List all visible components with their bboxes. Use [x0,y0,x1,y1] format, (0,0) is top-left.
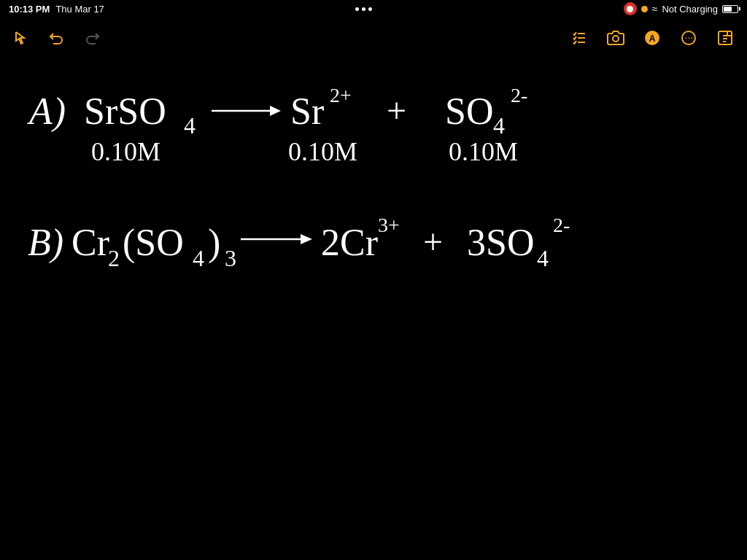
arrow-head-b [301,234,312,244]
product2-conc-a: 0.10M [449,137,518,166]
equation-b-label: B) [28,222,63,264]
wifi-icon: ≈ [652,3,658,15]
so4-paren-open: (SO [123,222,184,264]
mic-indicator [641,6,648,12]
cr2so4-reactant: Cr [71,222,109,263]
select-tool[interactable] [12,28,32,48]
toolbar: A [0,18,747,58]
so4-inner-sub4: 4 [193,245,204,271]
checklist-tool[interactable] [569,28,589,48]
cr2-subscript: 2 [108,245,120,271]
so4-outer-sub3: 3 [225,245,236,271]
canvas-area: A) SrSO 4 Sr 2+ + SO 4 2- 0.10M 0.10M 0.… [0,58,747,560]
product1-conc-a: 0.10M [288,137,357,166]
so4-superscript: 2- [511,84,527,106]
so4-product: SO [445,90,493,132]
sr-superscript: 2+ [330,84,352,106]
plus-sign-b: + [423,222,443,261]
undo-button[interactable] [47,28,67,48]
3so4-sub4: 4 [537,245,549,271]
dot3 [368,7,372,11]
chemistry-canvas: A) SrSO 4 Sr 2+ + SO 4 2- 0.10M 0.10M 0.… [0,58,747,560]
record-dot [627,6,633,12]
plus-sign-a: + [387,91,406,130]
equation-a-label: A) [27,90,66,133]
srso4-sub4: 4 [184,112,196,139]
more-options-button[interactable] [678,28,699,48]
battery-fill [724,7,732,12]
camera-tool[interactable] [605,28,626,48]
status-time: 10:13 PM [9,4,50,15]
sr-product: Sr [290,90,324,132]
status-bar: 10:13 PM Thu Mar 17 ≈ Not Charging [0,0,747,18]
3so4-superscript: 2- [553,214,570,236]
record-indicator [624,2,637,15]
redo-button[interactable] [82,28,102,48]
toolbar-left [12,28,569,48]
battery-icon [722,5,738,13]
so4-paren-close: ) [208,222,220,264]
arrow-head-a [270,106,281,116]
svg-text:A: A [649,34,656,44]
dot2 [362,7,365,11]
marker-tool[interactable]: A [642,28,662,48]
srso4-reactant: SrSO [84,90,166,132]
battery-container [722,5,738,13]
svg-point-3 [613,36,619,42]
dot1 [355,7,359,11]
so4-sub4: 4 [493,112,505,139]
reactant-conc-a: 0.10M [91,137,160,166]
status-center [355,7,372,11]
status-right: ≈ Not Charging [624,2,738,15]
toolbar-right: A [569,28,735,48]
edit-button[interactable] [715,28,735,48]
not-charging-text: Not Charging [662,4,718,15]
status-date: Thu Mar 17 [55,4,104,15]
2cr-product: 2Cr [321,222,378,263]
cr-superscript: 3+ [378,214,400,236]
3so4-product: 3SO [467,222,534,263]
status-left: 10:13 PM Thu Mar 17 [9,4,104,15]
